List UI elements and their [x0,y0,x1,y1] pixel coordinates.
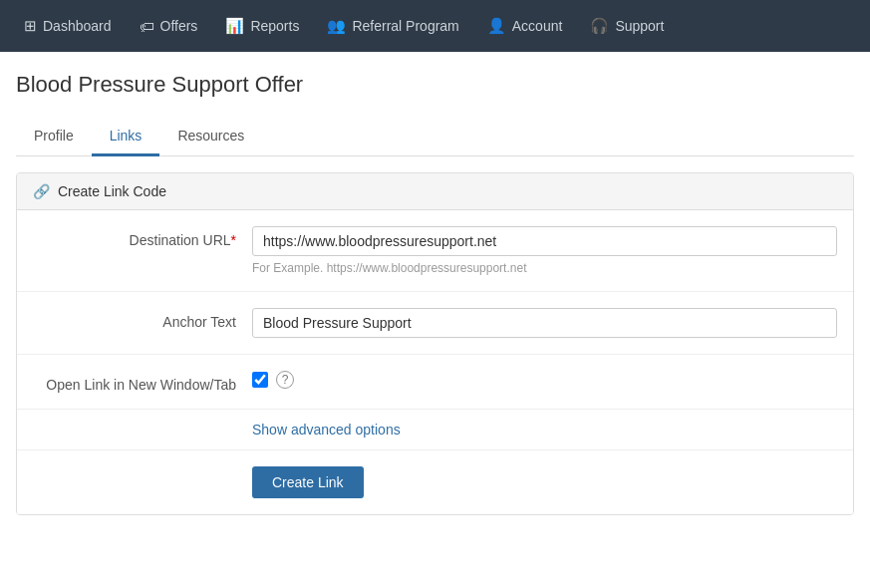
offers-icon: 🏷 [140,18,154,35]
anchor-text-input[interactable] [252,308,837,338]
page-content: Blood Pressure Support Offer Profile Lin… [0,52,870,535]
nav-label-support: Support [615,18,664,34]
destination-url-row: Destination URL* For Example. https://ww… [17,210,853,292]
nav-label-referral: Referral Program [352,18,458,34]
nav-label-account: Account [512,18,563,34]
open-link-field: ? [252,371,837,389]
help-icon[interactable]: ? [276,371,294,389]
navbar: ⊞ Dashboard 🏷 Offers 📊 Reports 👥 Referra… [0,0,870,52]
anchor-text-label: Anchor Text [33,308,252,330]
nav-item-support[interactable]: 🎧 Support [576,0,678,52]
tab-resources[interactable]: Resources [159,118,262,156]
referral-icon: 👥 [327,17,346,35]
nav-item-account[interactable]: 👤 Account [473,0,577,52]
destination-label: Destination URL* [33,226,252,248]
destination-hint: For Example. https://www.bloodpressuresu… [252,261,837,275]
tab-links[interactable]: Links [92,118,160,156]
open-link-checkbox[interactable] [252,372,268,388]
destination-field: For Example. https://www.bloodpressuresu… [252,226,837,275]
page-title: Blood Pressure Support Offer [16,72,854,98]
nav-item-reports[interactable]: 📊 Reports [211,0,313,52]
checkbox-row: ? [252,371,837,389]
show-advanced-link[interactable]: Show advanced options [252,422,401,438]
card-header-label: Create Link Code [58,183,166,199]
nav-item-offers[interactable]: 🏷 Offers [126,0,212,52]
account-icon: 👤 [487,17,506,35]
dashboard-icon: ⊞ [24,17,37,35]
nav-item-dashboard[interactable]: ⊞ Dashboard [10,0,126,52]
create-link-button[interactable]: Create Link [252,466,364,498]
card-body: Destination URL* For Example. https://ww… [17,210,853,514]
tab-bar: Profile Links Resources [16,118,854,156]
anchor-text-field [252,308,837,338]
create-link-row: Create Link [17,450,853,514]
reports-icon: 📊 [225,17,244,35]
open-link-label: Open Link in New Window/Tab [33,371,252,393]
card-header: 🔗 Create Link Code [17,173,853,210]
support-icon: 🎧 [590,17,609,35]
tab-profile[interactable]: Profile [16,118,92,156]
destination-url-input[interactable] [252,226,837,256]
nav-item-referral[interactable]: 👥 Referral Program [313,0,472,52]
nav-label-reports: Reports [250,18,299,34]
open-link-row: Open Link in New Window/Tab ? [17,355,853,410]
link-icon: 🔗 [33,183,50,199]
anchor-text-row: Anchor Text [17,292,853,355]
nav-label-dashboard: Dashboard [43,18,112,34]
create-link-card: 🔗 Create Link Code Destination URL* For … [16,172,854,515]
advanced-options-row: Show advanced options [17,410,853,450]
nav-label-offers: Offers [160,18,198,34]
